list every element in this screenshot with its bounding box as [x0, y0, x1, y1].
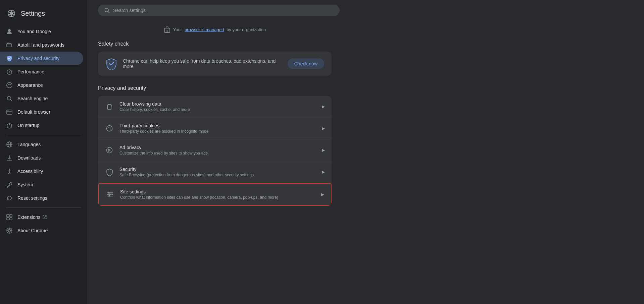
sidebar-label-privacy-security: Privacy and security — [17, 56, 59, 61]
sidebar-label-autofill: Autofill and passwords — [17, 42, 64, 48]
chevron-right-icon: ▶ — [322, 148, 325, 153]
shield-nav-icon — [6, 55, 13, 62]
privacy-security-section-title: Privacy and security — [98, 85, 332, 91]
svg-point-24 — [7, 110, 8, 111]
settings-item-ad-privacy-title: Ad privacy — [119, 145, 316, 150]
sidebar-item-reset-settings[interactable]: Reset settings — [0, 191, 83, 205]
sidebar-item-extensions[interactable]: Extensions — [0, 210, 83, 224]
sidebar-item-autofill[interactable]: Autofill and passwords — [0, 38, 83, 52]
sidebar-label-on-startup: On startup — [17, 123, 39, 128]
privacy-settings-list: Clear browsing data Clear history, cooki… — [98, 96, 332, 206]
settings-item-cookies-title: Third-party cookies — [119, 123, 316, 128]
sidebar-label-you-google: You and Google — [17, 29, 51, 34]
settings-item-site-settings-title: Site settings — [120, 189, 316, 194]
svg-rect-37 — [10, 215, 12, 217]
sidebar-label-languages: Languages — [17, 142, 41, 147]
chevron-right-icon: ▶ — [322, 170, 325, 174]
chevron-right-icon: ▶ — [322, 126, 325, 131]
svg-rect-36 — [7, 215, 9, 217]
ad-icon — [105, 145, 114, 155]
managed-link[interactable]: browser is managed — [185, 27, 224, 32]
globe-icon — [6, 141, 13, 148]
settings-item-third-party-cookies[interactable]: Third-party cookies Third-party cookies … — [98, 118, 332, 139]
about-chrome-icon — [6, 227, 13, 234]
external-link-icon — [42, 215, 47, 220]
svg-rect-9 — [7, 44, 11, 47]
svg-point-64 — [110, 194, 112, 195]
main-content: Your browser is managed by your organiza… — [87, 0, 644, 304]
browser-icon — [6, 109, 13, 115]
gauge-icon — [6, 68, 13, 75]
safety-check-description: Chrome can help keep you safe from data … — [123, 58, 282, 69]
svg-point-56 — [110, 127, 110, 128]
sidebar-item-search-engine[interactable]: Search engine — [0, 92, 83, 105]
settings-item-ad-privacy[interactable]: Ad privacy Customize the info used by si… — [98, 139, 332, 161]
settings-item-clear-browsing-desc: Clear history, cookies, cache, and more — [119, 107, 316, 112]
wrench-icon — [6, 181, 13, 188]
accessibility-icon — [6, 168, 13, 175]
settings-item-security-title: Security — [119, 167, 316, 172]
sidebar-item-on-startup[interactable]: On startup — [0, 119, 83, 132]
svg-line-4 — [8, 12, 10, 13]
power-icon — [6, 122, 13, 129]
sidebar-label-extensions: Extensions — [17, 215, 40, 220]
trash-icon — [105, 102, 114, 111]
check-now-button[interactable]: Check now — [288, 58, 324, 69]
sidebar-item-performance[interactable]: Performance — [0, 65, 83, 78]
settings-item-security[interactable]: Security Safe Browsing (protection from … — [98, 161, 332, 183]
sidebar-item-downloads[interactable]: Downloads — [0, 151, 83, 165]
key-icon — [6, 42, 13, 48]
chevron-right-icon: ▶ — [322, 104, 325, 109]
sidebar-item-privacy-security[interactable]: Privacy and security — [0, 52, 83, 65]
sidebar-item-system[interactable]: System — [0, 178, 83, 191]
sidebar-item-about-chrome[interactable]: About Chrome — [0, 224, 83, 237]
search-nav-icon — [6, 95, 13, 102]
svg-point-15 — [9, 72, 10, 73]
settings-item-cookies-text: Third-party cookies Third-party cookies … — [119, 123, 316, 134]
managed-prefix: Your — [173, 27, 182, 32]
svg-point-20 — [7, 97, 11, 100]
sidebar-nav: You and Google Autofill and passwords — [0, 25, 87, 237]
sliders-icon — [105, 190, 115, 199]
settings-item-ad-privacy-desc: Customize the info used by sites to show… — [119, 151, 316, 156]
sidebar-item-default-browser[interactable]: Default browser — [0, 105, 83, 119]
sidebar-item-you-google[interactable]: You and Google — [0, 25, 83, 38]
settings-item-security-text: Security Safe Browsing (protection from … — [119, 167, 316, 177]
managed-banner: Your browser is managed by your organiza… — [98, 23, 332, 38]
sidebar-label-system: System — [17, 182, 33, 187]
extensions-label-wrapper: Extensions — [17, 215, 47, 220]
person-icon — [6, 28, 13, 35]
svg-point-65 — [109, 195, 110, 197]
sidebar-item-languages[interactable]: Languages — [0, 138, 83, 151]
svg-line-7 — [13, 12, 14, 13]
svg-point-25 — [8, 110, 9, 111]
svg-point-31 — [9, 169, 10, 170]
settings-item-site-settings[interactable]: Site settings Controls what information … — [98, 183, 332, 206]
search-bar-wrapper — [87, 0, 644, 19]
app-title: Settings — [21, 10, 45, 17]
svg-line-21 — [11, 100, 12, 101]
svg-line-35 — [9, 173, 10, 174]
settings-item-clear-browsing[interactable]: Clear browsing data Clear history, cooki… — [98, 96, 332, 118]
sidebar-label-performance: Performance — [17, 69, 44, 74]
svg-line-40 — [44, 216, 46, 218]
svg-point-8 — [8, 29, 11, 32]
content-area: Your browser is managed by your organiza… — [87, 19, 342, 219]
svg-point-16 — [7, 82, 12, 88]
download-icon — [6, 155, 13, 161]
cookie-icon — [105, 124, 114, 133]
sidebar-item-appearance[interactable]: Appearance — [0, 78, 83, 92]
svg-point-18 — [9, 84, 10, 84]
svg-rect-38 — [7, 218, 9, 220]
svg-point-55 — [108, 127, 109, 128]
settings-item-security-desc: Safe Browsing (protection from dangerous… — [119, 173, 316, 177]
settings-item-site-settings-text: Site settings Controls what information … — [120, 189, 316, 200]
svg-point-59 — [107, 147, 112, 153]
sidebar-item-accessibility[interactable]: Accessibility — [0, 165, 83, 178]
settings-item-clear-browsing-title: Clear browsing data — [119, 101, 316, 107]
sidebar-label-reset-settings: Reset settings — [17, 195, 47, 201]
sidebar-divider-2 — [6, 207, 81, 208]
search-input[interactable] — [113, 8, 334, 13]
sidebar-label-default-browser: Default browser — [17, 109, 50, 115]
search-bar[interactable] — [98, 5, 340, 16]
